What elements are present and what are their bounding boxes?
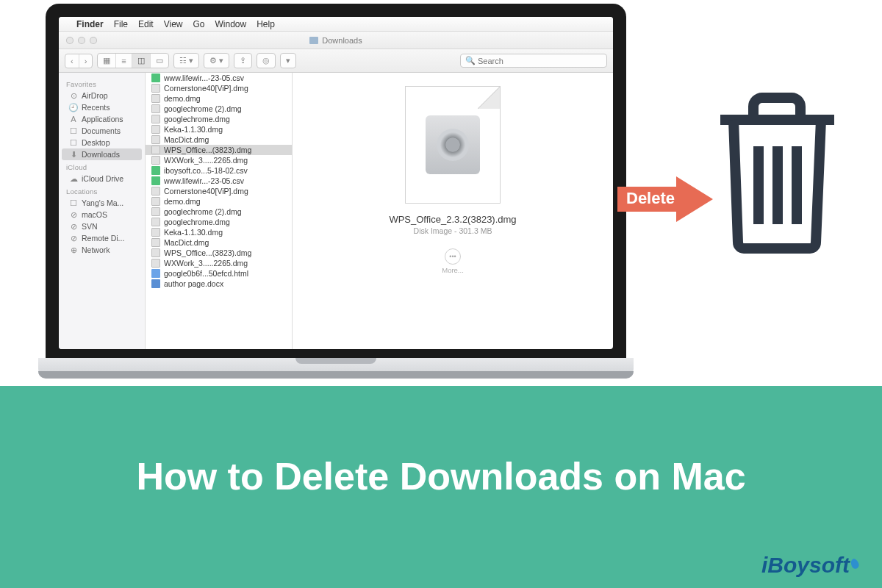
- sidebar-item-desktop[interactable]: ☐Desktop: [59, 137, 145, 148]
- sidebar-item-label: Remote Di...: [82, 234, 124, 243]
- sidebar-item-icon: ⊘: [69, 234, 78, 243]
- sidebar-item-airdrop[interactable]: ⊙AirDrop: [59, 90, 145, 101]
- sidebar-item-recents[interactable]: 🕘Recents: [59, 101, 145, 113]
- file-icon: [151, 125, 160, 134]
- menubar-app[interactable]: Finder: [76, 19, 104, 29]
- menubar-item[interactable]: Go: [193, 19, 205, 29]
- file-row[interactable]: WPS_Office...(3823).dmg: [146, 145, 292, 155]
- minimize-icon[interactable]: [78, 37, 85, 44]
- screen-bezel: Finder File Edit View Go Window Help Dow…: [46, 4, 626, 358]
- search-input[interactable]: [478, 57, 602, 65]
- sidebar-item-icloud-drive[interactable]: ☁iCloud Drive: [59, 173, 145, 184]
- sidebar-item-yang-s-ma-[interactable]: ☐Yang's Ma...: [59, 197, 145, 209]
- menubar-item[interactable]: View: [164, 19, 183, 29]
- sidebar-item-label: Network: [82, 245, 110, 254]
- close-icon[interactable]: [66, 37, 74, 44]
- file-row[interactable]: google0b6f...50efcd.html: [146, 268, 292, 279]
- laptop-frame: Finder File Edit View Go Window Help Dow…: [46, 4, 626, 379]
- file-row[interactable]: WPS_Office...(3823).dmg: [146, 248, 292, 258]
- file-name: demo.dmg: [164, 94, 201, 103]
- sidebar-heading: Favorites: [59, 77, 145, 90]
- sidebar-item-icon: ⊕: [69, 245, 78, 254]
- sidebar-item-label: Documents: [82, 126, 121, 135]
- view-gallery-icon[interactable]: ▭: [151, 54, 168, 68]
- sidebar-item-label: Desktop: [82, 138, 110, 147]
- file-row[interactable]: demo.dmg: [146, 93, 292, 104]
- view-list-icon[interactable]: ≡: [116, 54, 132, 68]
- file-icon: [151, 197, 160, 206]
- menubar-item[interactable]: File: [114, 19, 128, 29]
- view-icon-icon[interactable]: ▦: [98, 54, 116, 68]
- menubar-item[interactable]: Help: [257, 19, 275, 29]
- file-row[interactable]: Keka-1.1.30.dmg: [146, 227, 292, 237]
- sidebar-item-svn[interactable]: ⊘SVN: [59, 220, 145, 232]
- file-name: demo.dmg: [164, 197, 201, 206]
- sidebar-item-macos[interactable]: ⊘macOS: [59, 209, 145, 220]
- menubar-item[interactable]: Window: [215, 19, 247, 29]
- file-row[interactable]: www.lifewir...-23-05.csv: [146, 176, 292, 186]
- file-name: Cornerstone40[ViP].dmg: [164, 187, 248, 196]
- sidebar-item-label: macOS: [82, 210, 107, 219]
- dropdown-button[interactable]: ▾: [281, 54, 295, 68]
- file-name: Keka-1.1.30.dmg: [164, 125, 223, 134]
- zoom-icon[interactable]: [90, 37, 97, 44]
- file-name: Keka-1.1.30.dmg: [164, 228, 223, 237]
- sidebar-item-label: Applications: [82, 115, 123, 123]
- sidebar-item-icon: ⬇: [69, 150, 78, 159]
- file-row[interactable]: googlechrome.dmg: [146, 217, 292, 227]
- file-name: author page.docx: [164, 279, 223, 288]
- share-button[interactable]: ⇪: [234, 54, 251, 68]
- file-name: iboysoft.co...5-18-02.csv: [164, 166, 248, 175]
- file-row[interactable]: Keka-1.1.30.dmg: [146, 124, 292, 135]
- tags-button[interactable]: ◎: [257, 54, 275, 68]
- group-button[interactable]: ☷ ▾: [174, 54, 198, 68]
- file-icon: [151, 104, 160, 113]
- forward-button[interactable]: ›: [79, 54, 93, 68]
- file-row[interactable]: iboysoft.co...5-18-02.csv: [146, 165, 292, 176]
- file-icon: [151, 228, 160, 237]
- sidebar-item-downloads[interactable]: ⬇Downloads: [62, 148, 142, 160]
- preview-filename: WPS_Office_2.3.2(3823).dmg: [389, 214, 516, 225]
- file-row[interactable]: demo.dmg: [146, 196, 292, 207]
- file-name: MacDict.dmg: [164, 238, 209, 247]
- file-row[interactable]: MacDict.dmg: [146, 237, 292, 248]
- file-row[interactable]: MacDict.dmg: [146, 135, 292, 145]
- action-button[interactable]: ⚙ ▾: [204, 54, 229, 68]
- file-row[interactable]: Cornerstone40[ViP].dmg: [146, 186, 292, 196]
- toolbar: ‹ › ▦ ≡ ◫ ▭ ☷ ▾ ⚙ ▾ ⇪ ◎ ▾ 🔍: [59, 49, 613, 73]
- sidebar-item-applications[interactable]: AApplications: [59, 113, 145, 125]
- file-row[interactable]: Cornerstone40[ViP].dmg: [146, 83, 292, 93]
- file-icon: [151, 218, 160, 226]
- file-icon: [151, 166, 160, 175]
- file-row[interactable]: googlechrome.dmg: [146, 114, 292, 124]
- view-column-icon[interactable]: ◫: [132, 54, 151, 68]
- sidebar-item-icon: ☐: [69, 198, 78, 207]
- menubar-item[interactable]: Edit: [138, 19, 154, 29]
- file-icon: [151, 115, 160, 123]
- window-title: Downloads: [322, 36, 362, 45]
- search-field[interactable]: 🔍: [460, 54, 607, 68]
- sidebar-item-documents[interactable]: ☐Documents: [59, 125, 145, 137]
- file-icon: [151, 176, 160, 185]
- file-row[interactable]: author page.docx: [146, 279, 292, 289]
- more-button[interactable]: •••: [445, 248, 461, 265]
- file-row[interactable]: googlechrome (2).dmg: [146, 104, 292, 114]
- sidebar-item-network[interactable]: ⊕Network: [59, 244, 145, 256]
- file-row[interactable]: www.lifewir...-23-05.csv: [146, 73, 292, 83]
- sidebar-heading: Locations: [59, 184, 145, 197]
- file-icon: [151, 259, 160, 268]
- back-button[interactable]: ‹: [65, 54, 79, 68]
- file-name: googlechrome (2).dmg: [164, 207, 242, 216]
- sidebar-item-remote-di-[interactable]: ⊘Remote Di...: [59, 232, 145, 244]
- file-name: www.lifewir...-23-05.csv: [164, 176, 244, 185]
- window-titlebar: Downloads: [59, 32, 613, 49]
- file-row[interactable]: WXWork_3.....2265.dmg: [146, 155, 292, 165]
- sidebar-item-label: iCloud Drive: [82, 174, 123, 183]
- sidebar-item-label: Downloads: [82, 150, 120, 159]
- file-row[interactable]: WXWork_3.....2265.dmg: [146, 258, 292, 268]
- sidebar-item-label: Recents: [82, 103, 110, 112]
- sidebar-item-label: AirDrop: [82, 91, 108, 100]
- sidebar-item-icon: ☐: [69, 138, 78, 147]
- search-icon: 🔍: [465, 56, 476, 65]
- file-row[interactable]: googlechrome (2).dmg: [146, 207, 292, 217]
